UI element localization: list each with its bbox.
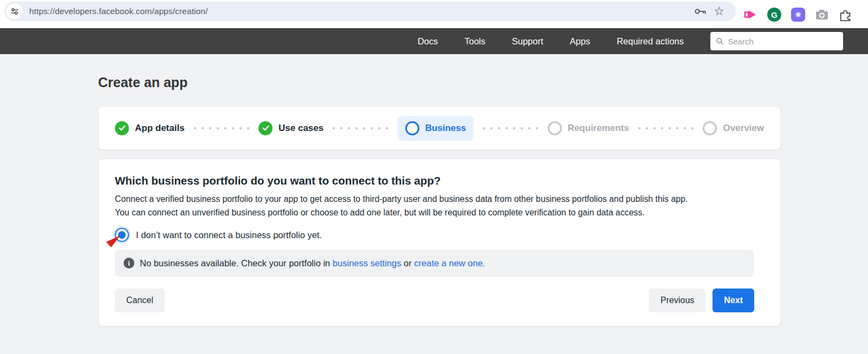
pink-arrow-extension-icon[interactable] [743,8,757,22]
search-input[interactable] [728,37,838,46]
camera-extension-icon[interactable] [815,8,829,22]
step-connector [191,127,252,129]
screen: https://developers.facebook.com/apps/cre… [0,0,868,354]
business-settings-link[interactable]: business settings [333,258,401,268]
site-settings-icon[interactable] [7,3,23,19]
step-label: Overview [723,123,764,134]
radio-button-selected [115,228,129,242]
upcoming-step-circle-icon [548,121,562,135]
nav-item-apps[interactable]: Apps [570,36,591,47]
nav-item-tools[interactable]: Tools [464,36,485,47]
page-title: Create an app [98,75,187,90]
step-app-details[interactable]: App details [115,121,185,135]
info-icon: i [124,258,134,268]
upcoming-step-circle-icon [703,121,717,135]
check-circle-icon [115,121,129,135]
password-key-icon[interactable] [691,2,710,21]
card-description: Connect a verified business portfolio to… [115,192,764,219]
purple-asterisk-extension-icon[interactable]: ✳ [791,8,805,22]
step-connector [330,127,391,129]
step-label: App details [135,123,185,134]
top-navbar: Docs Tools Support Apps Required actions [0,28,868,54]
create-new-portfolio-link[interactable]: create a new one. [414,258,485,268]
business-portfolio-card: Which business portfolio do you want to … [98,159,781,326]
next-button[interactable]: Next [712,289,754,312]
previous-button[interactable]: Previous [649,289,705,312]
step-label: Use cases [278,123,323,134]
step-label: Business [425,123,467,134]
step-overview: Overview [703,121,764,135]
browser-toolbar: https://developers.facebook.com/apps/cre… [0,0,868,28]
nav-item-required-actions[interactable]: Required actions [617,36,684,47]
card-description-line2: You can connect an unverified business p… [115,206,764,219]
active-step-circle-icon [405,121,419,135]
cancel-button[interactable]: Cancel [115,289,165,312]
radio-label: I don’t want to connect a business portf… [136,230,322,240]
nav-item-support[interactable]: Support [512,36,543,47]
step-label: Requirements [568,123,629,134]
nav-item-docs[interactable]: Docs [418,36,438,47]
stepper: App details Use cases Business Requireme… [98,106,781,150]
card-heading: Which business portfolio do you want to … [115,174,764,187]
search-icon [716,37,723,45]
step-business[interactable]: Business [398,116,474,141]
step-connector [480,127,541,129]
card-description-line1: Connect a verified business portfolio to… [115,192,764,206]
check-circle-icon [258,121,273,135]
address-bar[interactable]: https://developers.facebook.com/apps/cre… [4,2,736,21]
no-portfolio-radio-option[interactable]: I don’t want to connect a business portf… [115,228,322,242]
bookmark-star-icon[interactable]: ☆ [710,2,728,21]
step-use-cases[interactable]: Use cases [258,121,323,135]
step-requirements: Requirements [548,121,629,135]
puzzle-extensions-icon[interactable] [839,8,853,22]
grammarly-extension-icon[interactable]: G [767,8,781,22]
alert-text: No businesses available. Check your port… [140,258,485,268]
extensions-row: G ✳ [743,0,853,28]
step-connector [636,127,696,129]
search-box[interactable] [710,32,843,50]
radio-dot [118,231,126,239]
card-actions: Cancel Previous Next [115,289,754,312]
no-businesses-alert: i No businesses available. Check your po… [115,250,754,277]
url-text: https://developers.facebook.com/apps/cre… [29,6,208,16]
